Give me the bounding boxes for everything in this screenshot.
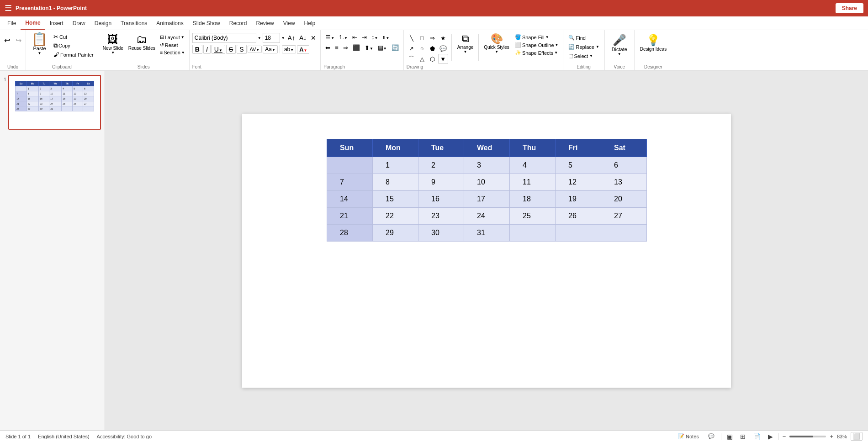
tab-file[interactable]: File	[3, 16, 21, 30]
strikethrough-button[interactable]: S	[226, 45, 236, 54]
calendar-row-2: 7 8 9 10 11 12 13	[327, 174, 647, 191]
redo-button[interactable]: ↪	[13, 35, 24, 46]
slide-sorter-button[interactable]: ⊞	[738, 432, 747, 441]
underline-button[interactable]: U▼	[212, 45, 225, 54]
shape-star[interactable]: ★	[438, 33, 448, 43]
italic-button[interactable]: I	[203, 45, 211, 54]
tab-transitions[interactable]: Transitions	[116, 16, 152, 30]
quick-styles-button[interactable]: 🎨 Quick Styles ▼	[482, 32, 512, 55]
shape-fill-button[interactable]: 🪣Shape Fill▼	[513, 34, 560, 41]
shape-right-arrow[interactable]: ⇒	[428, 33, 438, 43]
arrange-button[interactable]: ⧉ Arrange ▼	[455, 32, 476, 55]
select-button[interactable]: ⬚Select▼	[566, 52, 602, 60]
font-group-label: Font	[192, 64, 201, 69]
shape-outline-button[interactable]: ⬜Shape Outline▼	[513, 42, 560, 48]
format-painter-button[interactable]: 🖌 Format Painter	[52, 51, 95, 58]
line-spacing-button[interactable]: ↕▼	[370, 33, 380, 42]
editing-group-label: Editing	[577, 64, 591, 69]
share-button[interactable]: Share	[836, 3, 863, 13]
slideshow-button[interactable]: ▶	[766, 432, 775, 441]
font-name-dropdown[interactable]: ▼	[258, 36, 261, 40]
slide-thumbnail-inner: Su Mo Tu We Th Fr Sa 123456 78910111213 …	[11, 77, 99, 127]
tab-design[interactable]: Design	[90, 16, 116, 30]
find-button[interactable]: 🔍Find	[566, 34, 602, 42]
shape-hexagon[interactable]: ⬡	[428, 54, 438, 64]
change-case-button[interactable]: Aa▼	[263, 45, 278, 53]
shape-rect[interactable]: □	[417, 33, 427, 43]
numbering-button[interactable]: 1.▼	[337, 33, 349, 42]
text-direction-button[interactable]: ⬆▼	[363, 43, 375, 52]
tab-review[interactable]: Review	[251, 16, 278, 30]
slide-count: Slide 1 of 1	[5, 434, 31, 439]
fit-slide-button[interactable]: ⬜	[851, 432, 863, 441]
shape-circle[interactable]: ○	[417, 43, 427, 53]
tab-animations[interactable]: Animations	[152, 16, 188, 30]
comments-button[interactable]: 💬	[705, 433, 717, 440]
align-center-button[interactable]: ≡	[333, 43, 340, 52]
shape-line[interactable]: ╲	[407, 33, 417, 43]
font-name-input[interactable]	[192, 33, 256, 43]
undo-button[interactable]: ↩	[2, 35, 12, 46]
tab-help[interactable]: Help	[300, 16, 320, 30]
shadow-button[interactable]: S	[237, 45, 246, 54]
shape-effects-button[interactable]: ✨Shape Effects▼	[513, 49, 560, 56]
design-ideas-button[interactable]: 💡 Design Ideas	[637, 32, 669, 53]
convert-smartart-button[interactable]: 🔄	[390, 43, 401, 52]
character-spacing-button[interactable]: AV▼	[248, 46, 262, 53]
align-left-button[interactable]: ⬅	[323, 43, 332, 52]
calendar-row-3: 14 15 16 17 18 19 20	[327, 191, 647, 208]
shape-more[interactable]: ▼	[438, 54, 448, 64]
replace-button[interactable]: 🔄Replace▼	[566, 43, 602, 51]
tab-view[interactable]: View	[279, 16, 300, 30]
font-size-dropdown[interactable]: ▼	[281, 36, 285, 40]
tab-record[interactable]: Record	[225, 16, 252, 30]
zoom-in-button[interactable]: +	[830, 433, 833, 440]
shape-callout[interactable]: 💬	[438, 43, 448, 53]
new-slide-button[interactable]: 🖼 New Slide ▼	[101, 32, 125, 56]
align-right-button[interactable]: ⇒	[341, 43, 350, 52]
reset-button[interactable]: ↺Reset	[159, 42, 186, 48]
decrease-indent-button[interactable]: ⇤	[350, 33, 359, 42]
calendar-row-4: 21 22 23 24 25 26 27	[327, 208, 647, 225]
tab-slideshow[interactable]: Slide Show	[188, 16, 225, 30]
tab-home[interactable]: Home	[21, 16, 45, 30]
slide-thumbnail-row: 1 Su Mo Tu We Th Fr Sa	[4, 75, 101, 130]
shape-arrow-line[interactable]: ↗	[407, 43, 417, 53]
columns-button[interactable]: ⫾▼	[381, 33, 391, 42]
calendar-header-tue: Tue	[418, 139, 464, 157]
reuse-slides-button[interactable]: 🗂 Reuse Slides	[127, 32, 157, 52]
justify-button[interactable]: ⬛	[351, 43, 362, 52]
clipboard-group-label: Clipboard	[52, 64, 72, 69]
dictate-button[interactable]: 🎤 Dictate ▼	[609, 32, 630, 58]
clear-formatting-button[interactable]: ✕	[309, 34, 318, 42]
section-button[interactable]: ≡Section▼	[159, 49, 186, 56]
cut-button[interactable]: ✂ Cut	[52, 33, 95, 41]
zoom-out-button[interactable]: −	[783, 433, 786, 440]
text-highlight-button[interactable]: ab▼	[282, 45, 296, 53]
font-size-input[interactable]	[263, 33, 280, 43]
slide-thumbnail[interactable]: Su Mo Tu We Th Fr Sa 123456 78910111213 …	[8, 75, 101, 130]
calendar-row-5: 28 29 30 31	[327, 225, 647, 242]
font-color-button[interactable]: A▼	[297, 45, 309, 54]
notes-button[interactable]: 📝 Notes	[675, 433, 702, 440]
decrease-font-button[interactable]: A↓	[298, 34, 308, 42]
tab-draw[interactable]: Draw	[68, 16, 90, 30]
shape-curve[interactable]: ⌒	[407, 54, 417, 64]
bullets-button[interactable]: ☰▼	[323, 33, 336, 42]
tab-insert[interactable]: Insert	[45, 16, 68, 30]
designer-group-label: Designer	[644, 64, 662, 69]
reading-view-button[interactable]: 📄	[751, 432, 762, 441]
bold-button[interactable]: B	[192, 45, 202, 54]
normal-view-button[interactable]: ▣	[725, 432, 735, 441]
zoom-slider[interactable]	[789, 436, 826, 437]
align-text-button[interactable]: ▤▼	[376, 43, 389, 52]
layout-button[interactable]: ⊞Layout▼	[159, 34, 186, 41]
increase-font-button[interactable]: A↑	[286, 34, 296, 42]
shape-triangle[interactable]: △	[417, 54, 427, 64]
copy-button[interactable]: ⧉ Copy	[52, 42, 95, 50]
slide[interactable]: Sun Mon Tue Wed Thu Fri Sat 1	[242, 114, 731, 388]
slide-canvas: Sun Mon Tue Wed Thu Fri Sat 1	[105, 71, 868, 430]
shape-pentagon[interactable]: ⬟	[428, 43, 438, 53]
increase-indent-button[interactable]: ⇥	[360, 33, 369, 42]
paste-button[interactable]: 📋 Paste ▼	[29, 32, 50, 56]
